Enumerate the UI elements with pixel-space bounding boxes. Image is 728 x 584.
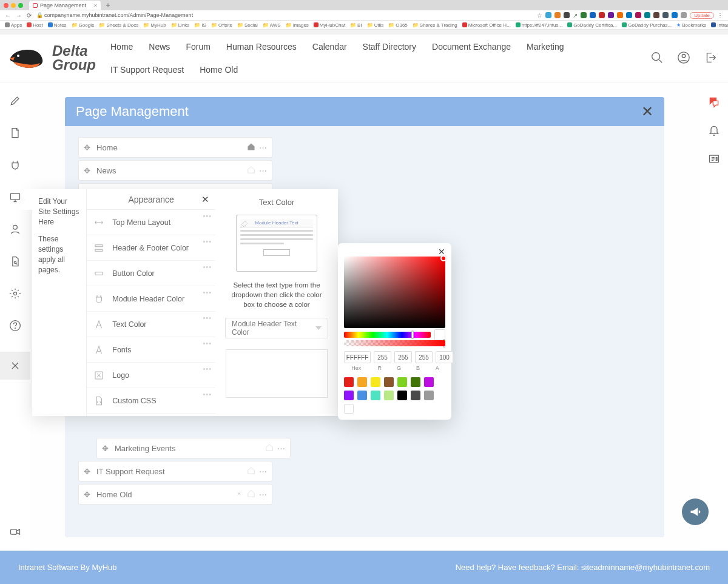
text-type-dropdown[interactable]: Module Header Text Color <box>225 318 328 338</box>
nav-item[interactable]: Human Resources <box>226 42 297 52</box>
a-input[interactable] <box>436 351 453 363</box>
alpha-thumb-icon[interactable] <box>443 339 445 347</box>
saturation-field[interactable] <box>344 257 445 328</box>
nav-back-icon[interactable]: ← <box>5 12 11 19</box>
more-icon[interactable]: ••• <box>203 263 212 270</box>
drag-handle-icon[interactable]: ✥ <box>84 490 90 499</box>
ext-icon[interactable] <box>635 12 641 18</box>
more-icon[interactable]: ••• <box>203 340 212 347</box>
news-icon[interactable] <box>708 153 720 167</box>
nav-item[interactable]: Forum <box>186 42 210 52</box>
ext-icon[interactable] <box>608 12 614 18</box>
alpha-slider[interactable] <box>344 340 445 346</box>
nav-fwd-icon[interactable]: → <box>16 12 22 19</box>
home-outline-icon[interactable] <box>247 166 255 176</box>
bookmark-folder[interactable]: 📁 Sheets & Docs <box>99 22 138 28</box>
drag-handle-icon[interactable]: ✥ <box>84 467 90 476</box>
logout-icon[interactable] <box>704 51 717 66</box>
bookmark-folder[interactable]: 📁 AWS <box>263 22 281 28</box>
brand-logo[interactable]: DeltaGroup <box>7 44 110 72</box>
ext-icon[interactable] <box>599 12 605 18</box>
drag-handle-icon[interactable]: ✥ <box>84 166 90 175</box>
color-swatch-target[interactable] <box>226 349 328 398</box>
new-tab-button[interactable]: ＋ <box>104 0 112 10</box>
browser-tab[interactable]: Page Management × <box>29 1 101 10</box>
ext-icon[interactable] <box>581 12 587 18</box>
bookmark-item[interactable]: Intranet Authors <box>711 22 728 28</box>
more-icon[interactable]: ••• <box>203 238 212 245</box>
appearance-item[interactable]: Text Color••• <box>87 312 215 337</box>
user-icon[interactable] <box>9 223 21 237</box>
nav-item[interactable]: Marketing <box>527 42 564 52</box>
window-controls[interactable] <box>4 3 23 8</box>
more-icon[interactable]: ⋯ <box>277 444 285 453</box>
ext-icon[interactable] <box>590 12 596 18</box>
hue-slider[interactable] <box>344 332 431 338</box>
report-icon[interactable] <box>9 255 21 269</box>
nav-item[interactable]: IT Support Request <box>110 65 184 75</box>
bookmark-folder[interactable]: 📁 MyHub <box>143 22 166 28</box>
bookmark-item[interactable]: GoDaddy Purchas... <box>622 22 672 28</box>
plugin-icon[interactable] <box>9 159 21 173</box>
nav-item[interactable]: Document Exchange <box>432 42 511 52</box>
bookmark-folder[interactable]: 📁 Links <box>171 22 190 28</box>
announce-fab[interactable] <box>682 498 709 525</box>
preset-swatch[interactable] <box>371 391 380 400</box>
preset-swatch[interactable] <box>397 377 407 387</box>
more-icon[interactable]: ••• <box>203 212 212 220</box>
bookmark-folder[interactable]: 📁 IS <box>194 22 206 28</box>
bookmark-item[interactable]: GoDaddy Certifica... <box>567 22 617 28</box>
preset-swatch[interactable] <box>411 377 420 387</box>
home-outline-icon[interactable] <box>265 443 274 454</box>
r-input[interactable] <box>374 351 391 363</box>
monitor-icon[interactable] <box>9 191 21 205</box>
ext-icon[interactable] <box>626 12 632 18</box>
star-icon[interactable]: ☆ <box>537 12 542 19</box>
appearance-item[interactable]: Button Color••• <box>87 261 215 286</box>
tab-close-icon[interactable]: × <box>94 2 97 8</box>
bookmark-folder[interactable]: 📁 Shares & Trading <box>413 22 457 28</box>
appearance-item[interactable]: Logo••• <box>87 363 215 388</box>
ext-icon[interactable] <box>545 12 551 18</box>
home-star-icon[interactable] <box>247 143 255 153</box>
nav-item[interactable]: News <box>149 42 170 52</box>
bookmark-folder[interactable]: 📁 BI <box>350 22 362 28</box>
menu-ext-icon[interactable]: ↗ <box>573 12 578 19</box>
page-row[interactable]: ✥ IT Support Request ⋯ <box>78 461 272 482</box>
g-input[interactable] <box>394 351 412 363</box>
preset-swatch[interactable] <box>344 404 354 414</box>
appearance-close-icon[interactable]: ✕ <box>201 194 209 205</box>
appearance-item[interactable]: Fonts••• <box>87 337 215 363</box>
color-selector-icon[interactable] <box>440 255 447 261</box>
unlink-icon[interactable] <box>235 489 243 500</box>
more-icon[interactable]: ⋯ <box>259 143 267 152</box>
bookmark-item[interactable]: MyHubChat <box>314 22 345 28</box>
bookmark-item[interactable]: Microsoft Office H... <box>462 22 511 28</box>
appearance-item[interactable]: Header & Footer Color••• <box>87 235 215 261</box>
more-icon[interactable]: ••• <box>203 391 212 398</box>
help-icon[interactable] <box>9 320 21 334</box>
preset-swatch[interactable] <box>357 377 367 387</box>
chat-icon[interactable] <box>708 96 720 110</box>
preset-swatch[interactable] <box>424 391 434 400</box>
bookmark-folder[interactable]: 📁 Utils <box>367 22 384 28</box>
b-input[interactable] <box>415 351 433 363</box>
search-icon[interactable] <box>650 51 664 66</box>
apps-button[interactable]: Apps <box>5 22 22 28</box>
ext-icon[interactable] <box>653 12 659 18</box>
ext-icon[interactable] <box>681 12 687 18</box>
bookmark-item[interactable]: ★ Bookmarks <box>676 22 706 28</box>
nav-item[interactable]: Staff Directory <box>363 42 416 52</box>
preset-swatch[interactable] <box>384 391 394 400</box>
more-icon[interactable]: ••• <box>203 365 212 372</box>
bookmark-folder[interactable]: 📁 Images <box>286 22 309 28</box>
home-outline-icon[interactable] <box>247 466 255 477</box>
bookmark-item[interactable]: https://ff247.infus... <box>516 22 562 28</box>
preset-swatch[interactable] <box>384 377 394 387</box>
bookmark-folder[interactable]: 📁 Offsite <box>211 22 232 28</box>
preset-swatch[interactable] <box>411 391 420 400</box>
preset-swatch[interactable] <box>371 377 380 387</box>
close-panel-button[interactable] <box>0 352 30 380</box>
page-row[interactable]: ✥ Home Old ⋯ <box>78 484 272 505</box>
more-icon[interactable]: ••• <box>203 314 212 321</box>
